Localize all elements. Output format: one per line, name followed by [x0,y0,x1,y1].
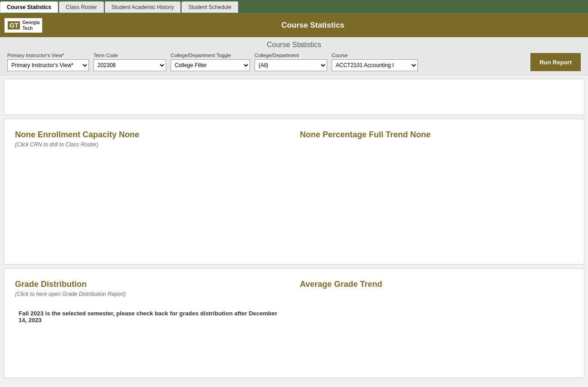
percentage-area: None Percentage Full Trend None [296,126,577,257]
tab-course-statistics[interactable]: Course Statistics [0,1,58,13]
gt-badge: GT [7,21,20,30]
filter-group-college-dept-toggle: College/Department Toggle College Filter [171,53,250,71]
filter-group-course: Course ACCT2101 Accounting I [332,53,418,71]
grade-section: Grade Distribution (Click to here open G… [4,269,584,377]
enrollment-area: None Enrollment Capacity None (Click CRN… [11,126,292,257]
content-wrapper: None Enrollment Capacity None (Click CRN… [0,75,588,385]
tab-bar: Course Statistics Class Roster Student A… [0,0,588,14]
grade-distribution-title[interactable]: Grade Distribution [15,280,288,289]
term-code-label: Term Code [93,53,166,58]
average-grade-area: Average Grade Trend [296,276,577,370]
filter-section: Course Statistics Primary Instructor's V… [0,37,588,75]
college-dept-label: College/Department [255,53,327,58]
grade-card: Grade Distribution (Click to here open G… [4,268,584,378]
average-grade-title: Average Grade Trend [300,280,573,289]
tab-class-roster[interactable]: Class Roster [59,1,104,13]
percentage-title: None Percentage Full Trend None [300,130,573,140]
logo-container: GT GeorgiaTech [5,18,42,33]
grade-distribution-notice: Fall 2023 is the selected semester, plea… [15,306,288,327]
primary-instructor-select[interactable]: Primary Instructor's View* [7,59,89,71]
primary-instructor-label: Primary Instructor's View* [7,53,89,58]
enrollment-title: None Enrollment Capacity None [15,130,288,140]
filter-row: Primary Instructor's View* Primary Instr… [7,53,581,71]
grade-distribution-area: Grade Distribution (Click to here open G… [11,276,292,370]
header-bar: GT GeorgiaTech Course Statistics [0,14,588,37]
report-empty-card [4,79,584,115]
header-title: Course Statistics [42,21,583,30]
stats-section: None Enrollment Capacity None (Click CRN… [4,119,584,264]
term-code-select[interactable]: 202308 [93,59,166,71]
run-report-button[interactable]: Run Report [530,53,581,71]
filter-group-primary-instructor: Primary Instructor's View* Primary Instr… [7,53,89,71]
college-dept-toggle-label: College/Department Toggle [171,53,250,58]
gt-logo: GT GeorgiaTech [5,18,42,33]
tab-student-academic-history[interactable]: Student Academic History [105,1,181,13]
course-label: Course [332,53,418,58]
gt-name: GeorgiaTech [20,19,39,31]
college-dept-toggle-select[interactable]: College Filter [171,59,250,71]
filter-group-term-code: Term Code 202308 [93,53,166,71]
grade-distribution-subtitle[interactable]: (Click to here open Grade Distribution R… [15,291,288,297]
filter-group-college-dept: College/Department (All) [255,53,327,71]
stats-card: None Enrollment Capacity None (Click CRN… [4,119,584,265]
page-subtitle: Course Statistics [7,41,581,49]
course-select[interactable]: ACCT2101 Accounting I [332,59,418,71]
college-dept-select[interactable]: (All) [255,59,327,71]
tab-student-schedule[interactable]: Student Schedule [181,1,238,13]
enrollment-subtitle: (Click CRN to drill to Class Roster) [15,141,288,148]
